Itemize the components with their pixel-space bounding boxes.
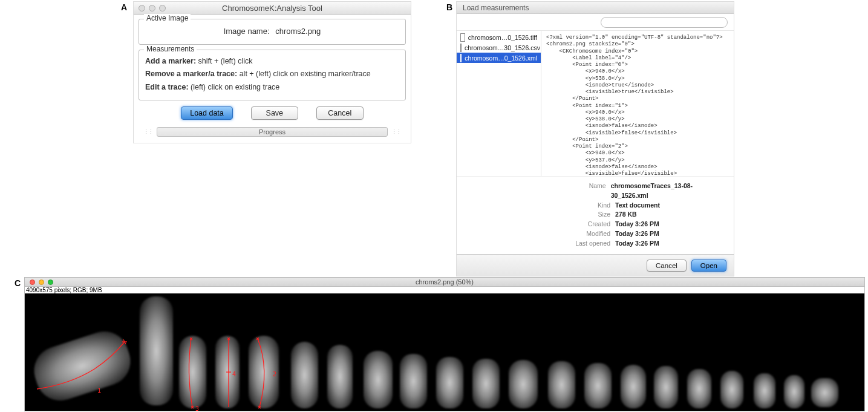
chromosome-8 bbox=[364, 351, 393, 408]
file-item-xml[interactable]: chromosom…0_1526.xml bbox=[457, 53, 541, 63]
meta-kind-key: Kind bbox=[464, 201, 615, 211]
progress-label: Progress bbox=[259, 128, 286, 136]
chromosome-12 bbox=[509, 360, 538, 408]
chromosome-16 bbox=[654, 366, 678, 408]
trace-4-label: 4 bbox=[232, 371, 236, 378]
trace-3-label: 3 bbox=[195, 405, 199, 411]
file-metadata: NamechromosomeTraces_13-08-30_1526.xml K… bbox=[457, 176, 734, 254]
chromosome-13 bbox=[548, 361, 575, 408]
analysis-tool-window: ChromosomeK:Analysis Tool Active Image I… bbox=[133, 1, 411, 143]
chromosome-19 bbox=[754, 373, 775, 408]
panel-label-a: A bbox=[121, 2, 127, 12]
zoom-icon[interactable] bbox=[159, 5, 166, 11]
trace-3[interactable] bbox=[179, 336, 209, 411]
hint-remove-marker: Remove a marker/a trace: alt + (left) cl… bbox=[145, 68, 399, 80]
dialog-title: Load measurements bbox=[463, 4, 529, 12]
meta-size-key: Size bbox=[464, 210, 615, 220]
window-controls bbox=[134, 5, 166, 11]
meta-modified-key: Modified bbox=[464, 229, 615, 239]
progress-cap-right: ⋮⋮ bbox=[391, 130, 401, 134]
image-info-bar: 4090x575 pixels; RGB; 9MB bbox=[24, 287, 865, 293]
hint-add-marker: Add a marker: shift + (left) click bbox=[145, 55, 399, 68]
search-row bbox=[457, 14, 734, 31]
chromosome-6 bbox=[291, 342, 318, 408]
panel-label-b: B bbox=[446, 2, 452, 12]
measurements-group: Measurements Add a marker: shift + (left… bbox=[139, 50, 406, 100]
meta-size-value: 278 KB bbox=[615, 210, 637, 220]
meta-opened-value: Today 3:26 PM bbox=[615, 239, 659, 249]
active-image-legend: Active Image bbox=[144, 14, 191, 22]
meta-name-key: Name bbox=[464, 181, 611, 201]
cancel-button[interactable]: Cancel bbox=[316, 106, 364, 120]
progress-bar: Progress bbox=[157, 127, 388, 137]
chromosome-10 bbox=[436, 357, 463, 408]
chromosome-18 bbox=[720, 371, 743, 408]
chromosome-2 bbox=[140, 296, 173, 405]
file-item-tiff[interactable]: chromosom…0_1526.tiff bbox=[457, 32, 541, 42]
trace-1-label: 1 bbox=[97, 387, 101, 394]
minimize-icon[interactable] bbox=[149, 5, 155, 11]
image-window-title: chroms2.png (50%) bbox=[25, 278, 864, 286]
close-icon[interactable] bbox=[139, 5, 145, 11]
chromosome-21 bbox=[811, 378, 838, 407]
image-window: chroms2.png (50%) 4090x575 pixels; RGB; … bbox=[24, 277, 865, 411]
dialog-cancel-button[interactable]: Cancel bbox=[647, 260, 687, 272]
panel-label-c: C bbox=[15, 278, 21, 288]
meta-created-value: Today 3:26 PM bbox=[615, 220, 659, 229]
search-input[interactable] bbox=[601, 17, 728, 28]
zoom-icon[interactable] bbox=[48, 280, 53, 285]
active-image-group: Active Image Image name: chroms2.png bbox=[139, 19, 406, 45]
meta-name-value: chromosomeTraces_13-08-30_1526.xml bbox=[611, 181, 726, 201]
meta-kind-value: Text document bbox=[615, 201, 660, 211]
image-name-value: chroms2.png bbox=[275, 27, 321, 36]
chromosome-15 bbox=[621, 365, 646, 408]
file-preview[interactable]: <?xml version="1.0" encoding="UTF-8" sta… bbox=[541, 31, 734, 176]
hint-edit-trace: Edit a trace: (left) click on existing t… bbox=[145, 81, 399, 94]
image-name-label: Image name: bbox=[224, 27, 270, 36]
measurements-legend: Measurements bbox=[144, 45, 197, 53]
trace-4[interactable] bbox=[215, 336, 243, 411]
file-icon bbox=[460, 33, 465, 42]
dialog-open-button[interactable]: Open bbox=[691, 260, 726, 272]
titlebar[interactable]: ChromosomeK:Analysis Tool bbox=[134, 2, 411, 15]
chromosome-7 bbox=[327, 345, 353, 408]
trace-2-label: 2 bbox=[273, 371, 276, 378]
file-list[interactable]: chromosom…0_1526.tiff chromosom…30_1526.… bbox=[457, 31, 541, 176]
file-name: chromosom…0_1526.tiff bbox=[468, 34, 537, 41]
file-icon bbox=[460, 44, 462, 52]
file-name: chromosom…0_1526.xml bbox=[465, 54, 537, 62]
file-icon bbox=[460, 54, 462, 62]
close-icon[interactable] bbox=[30, 280, 35, 285]
image-titlebar[interactable]: chroms2.png (50%) bbox=[24, 277, 865, 287]
progress-cap-left: ⋮⋮ bbox=[143, 130, 153, 134]
file-name: chromosom…30_1526.csv bbox=[465, 44, 540, 51]
window-title: ChromosomeK:Analysis Tool bbox=[134, 4, 411, 13]
chromosome-14 bbox=[584, 363, 612, 408]
chromosome-20 bbox=[784, 375, 804, 408]
meta-opened-key: Last opened bbox=[464, 239, 615, 249]
load-data-button[interactable]: Load data bbox=[181, 106, 233, 120]
file-item-csv[interactable]: chromosom…30_1526.csv bbox=[457, 42, 541, 53]
window-controls bbox=[25, 280, 53, 285]
trace-2[interactable] bbox=[249, 336, 282, 411]
image-canvas[interactable]: 1 3 4 2 bbox=[24, 293, 865, 411]
save-button[interactable]: Save bbox=[251, 106, 298, 120]
meta-modified-value: Today 3:26 PM bbox=[615, 229, 659, 239]
meta-created-key: Created bbox=[464, 220, 615, 229]
minimize-icon[interactable] bbox=[39, 280, 44, 285]
trace-1[interactable] bbox=[34, 336, 134, 396]
chromosome-11 bbox=[472, 359, 500, 408]
chromosome-17 bbox=[687, 369, 711, 408]
load-measurements-dialog: Load measurements chromosom…0_1526.tiff … bbox=[456, 1, 734, 276]
dialog-titlebar[interactable]: Load measurements bbox=[457, 2, 734, 14]
dialog-footer: Cancel Open bbox=[457, 254, 734, 276]
chromosome-9 bbox=[400, 354, 427, 408]
